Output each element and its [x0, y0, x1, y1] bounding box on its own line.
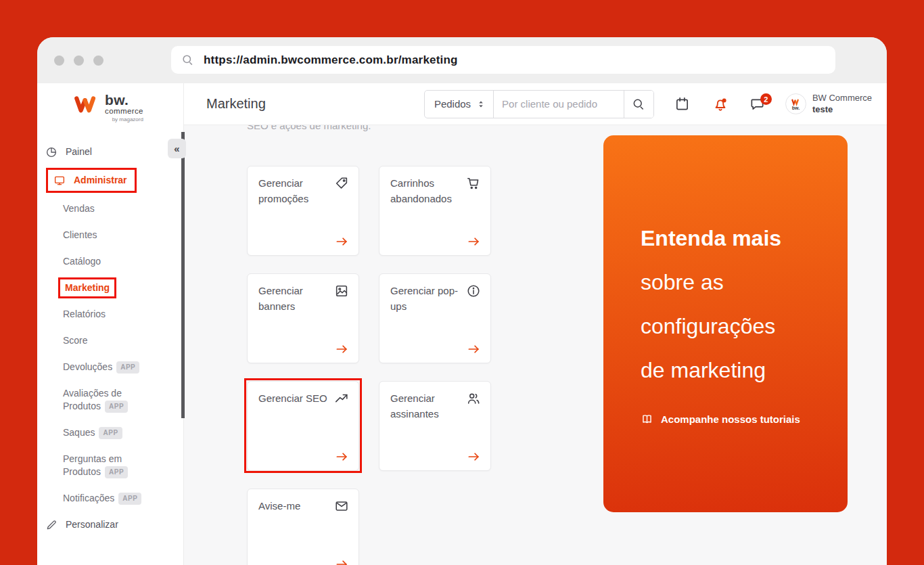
search-icon [632, 97, 645, 111]
card-carrinhos-abandonados[interactable]: Carrinhos abandonados [379, 166, 491, 256]
card-avise-me[interactable]: Avise-me [247, 489, 359, 565]
users-icon [466, 391, 481, 409]
banner-tutorials-link[interactable]: Acompanhe nossos tutoriais [641, 413, 821, 426]
banner-line: de marketing [641, 348, 821, 392]
sidebar-item-painel[interactable]: Painel [37, 139, 183, 165]
sidebar-item-label: Personalizar [66, 518, 118, 531]
arrow-right-icon [336, 451, 348, 462]
notifications-button[interactable] [712, 96, 729, 112]
browser-chrome: https://admin.bwcommerce.com.br/marketin… [37, 37, 887, 83]
image-icon [334, 284, 349, 301]
app-badge: APP [105, 401, 128, 413]
card-gerenciar-seo[interactable]: Gerenciar SEO [247, 381, 359, 471]
sidebar-item-label: Relatórios [63, 308, 106, 321]
sidebar-collapse-button[interactable]: « [168, 139, 186, 158]
window-maximize-button[interactable] [93, 55, 103, 66]
app-badge: APP [116, 361, 139, 374]
arrow-right-icon [467, 236, 480, 247]
search-input[interactable] [494, 91, 624, 118]
sort-arrows-icon [477, 99, 485, 109]
chevrons-left-icon: « [174, 143, 179, 154]
messages-button[interactable]: 2 [749, 96, 765, 112]
sidebar-item-avaliacoes[interactable]: Avaliações de ProdutosAPP [37, 380, 183, 420]
page-title: Marketing [206, 96, 266, 112]
arrow-right-icon [467, 344, 480, 355]
card-gerenciar-promocoes[interactable]: Gerenciar promoções [247, 166, 359, 256]
sidebar-item-label: Avaliações de ProdutosAPP [63, 387, 152, 413]
logo-byline-text: by magazord [105, 117, 143, 122]
cart-icon [466, 176, 481, 194]
sidebar-item-perguntas[interactable]: Perguntas em ProdutosAPP [37, 446, 183, 485]
bw-logo-icon [71, 93, 101, 117]
sidebar-item-label: DevoluçõesAPP [63, 361, 139, 374]
card-gerenciar-popups[interactable]: Gerenciar pop-ups [379, 273, 491, 363]
avatar-brand-text: bw. [792, 106, 800, 110]
sidebar-item-label: Painel [66, 145, 92, 158]
account-name: BW Commerce [812, 93, 872, 104]
promo-banner[interactable]: Entenda mais sobre as configurações de m… [603, 135, 848, 512]
sidebar-item-label: SaquesAPP [63, 426, 122, 439]
sidebar-item-label: NotificaçõesAPP [63, 492, 141, 505]
banner-cta-text: Acompanhe nossos tutoriais [661, 413, 800, 425]
sidebar-item-marketing[interactable]: Marketing [37, 275, 183, 301]
pie-chart-icon [45, 146, 57, 158]
bell-icon [712, 96, 729, 112]
card-gerenciar-banners[interactable]: Gerenciar banners [247, 273, 359, 363]
sidebar-item-personalizar[interactable]: Personalizar [37, 512, 183, 538]
logo-brand-text: bw. [105, 93, 143, 107]
banner-heading: Entenda mais [641, 217, 821, 261]
app-badge: APP [99, 427, 122, 439]
sidebar-item-label: Score [63, 334, 88, 347]
search-type-select[interactable]: Pedidos [425, 91, 494, 118]
sidebar-item-label: Perguntas em ProdutosAPP [63, 453, 152, 478]
sidebar-item-notificacoes[interactable]: NotificaçõesAPP [37, 485, 183, 512]
sidebar-scrollbar[interactable] [181, 132, 185, 418]
account-avatar[interactable]: bw. [785, 93, 806, 114]
address-bar[interactable]: https://admin.bwcommerce.com.br/marketin… [171, 46, 835, 74]
window-close-button[interactable] [54, 55, 64, 66]
sidebar-item-administrar[interactable]: Administrar [37, 165, 183, 196]
mail-icon [334, 499, 349, 516]
sidebar-item-relatorios[interactable]: Relatórios [37, 301, 183, 327]
sidebar-item-saques[interactable]: SaquesAPP [37, 420, 183, 446]
arrow-right-icon [336, 344, 348, 355]
sidebar-item-clientes[interactable]: Clientes [37, 222, 183, 248]
account-store: teste [812, 104, 872, 116]
calendar-button[interactable] [674, 96, 690, 112]
global-search: Pedidos [424, 90, 654, 118]
clipped-section-heading: SEO e ações de marketing. [247, 125, 371, 134]
app-badge: APP [118, 493, 141, 505]
arrow-right-icon [467, 451, 480, 462]
logo-sub-text: commerce [105, 108, 143, 116]
info-icon [466, 284, 481, 301]
window-controls [54, 55, 103, 66]
sidebar-item-catalogo[interactable]: Catálogo [37, 248, 183, 275]
annotation-box-administrar: Administrar [46, 168, 137, 193]
sidebar-item-label: Vendas [63, 202, 95, 215]
calendar-icon [674, 96, 690, 112]
account-menu[interactable]: BW Commerce teste [812, 93, 875, 116]
sidebar-item-label: Clientes [63, 229, 97, 242]
sidebar-item-score[interactable]: Score [37, 327, 183, 354]
sidebar-item-devolucoes[interactable]: DevoluçõesAPP [37, 354, 183, 380]
search-type-label: Pedidos [434, 98, 471, 110]
url-text: https://admin.bwcommerce.com.br/marketin… [204, 53, 458, 67]
arrow-right-icon [336, 236, 348, 247]
monitor-icon [53, 175, 66, 187]
search-button[interactable] [624, 91, 653, 118]
main-content: SEO e ações de marketing. Gerenciar prom… [184, 125, 887, 565]
sidebar-item-label: Catálogo [63, 255, 101, 268]
messages-count-badge: 2 [760, 93, 772, 105]
page-header: Marketing Pedidos [184, 83, 887, 125]
banner-line: sobre as [641, 261, 821, 304]
arrow-right-icon [336, 559, 348, 565]
trending-up-icon [334, 391, 349, 409]
card-gerenciar-assinantes[interactable]: Gerenciar assinantes [379, 381, 491, 471]
sidebar: bw. commerce by magazord Painel [37, 83, 184, 565]
search-icon [181, 53, 194, 66]
sidebar-item-vendas[interactable]: Vendas [37, 196, 183, 222]
app-badge: APP [105, 466, 128, 478]
browser-window: https://admin.bwcommerce.com.br/marketin… [37, 37, 887, 565]
window-minimize-button[interactable] [74, 55, 84, 66]
book-open-icon [641, 413, 653, 426]
